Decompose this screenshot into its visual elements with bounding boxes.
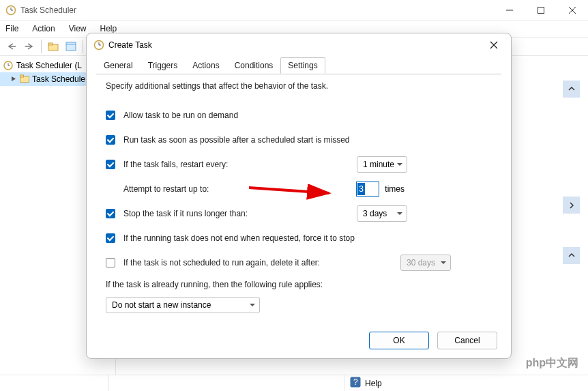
menu-file[interactable]: File [5, 24, 18, 33]
create-task-dialog: Create Task General Triggers Actions Con… [86, 33, 512, 359]
window-title-bar: Task Scheduler [0, 0, 588, 20]
nav-forward-button[interactable] [22, 39, 37, 54]
select-stop-duration[interactable]: 3 days [357, 205, 407, 222]
select-restart-interval[interactable]: 1 minute [357, 156, 407, 173]
checkbox-stop-longer[interactable] [106, 209, 115, 218]
label-delete-after: If the task is not scheduled to run agai… [123, 258, 320, 267]
tab-settings[interactable]: Settings [280, 57, 325, 74]
help-icon: ? [350, 377, 361, 390]
settings-panel: Specify additional settings that affect … [87, 74, 511, 323]
actions-expand-1[interactable] [563, 197, 580, 214]
dialog-button-row: OK Cancel [87, 323, 511, 358]
checkbox-delete-after[interactable] [106, 258, 115, 267]
toolbar-folder-button[interactable] [46, 39, 61, 54]
label-running-rule: If the task is already running, then the… [106, 280, 323, 289]
select-delete-after: 30 days [400, 255, 451, 271]
tree-expand-icon[interactable] [11, 74, 17, 84]
minimize-button[interactable] [494, 0, 525, 20]
svg-rect-4 [538, 7, 544, 13]
label-allow-on-demand: Allow task to be run on demand [123, 111, 238, 120]
dialog-close-button[interactable] [484, 37, 504, 53]
label-restart-on-fail: If the task fails, restart every: [123, 160, 228, 169]
cancel-button[interactable]: Cancel [437, 332, 497, 349]
input-restart-attempts[interactable]: 3 [356, 182, 379, 197]
label-force-stop: If the running task does not end when re… [123, 233, 355, 243]
svg-rect-11 [66, 42, 76, 50]
label-run-asap: Run task as soon as possible after a sch… [123, 135, 350, 145]
tree-child-label: Task Schedule [32, 74, 85, 84]
toolbar-panel-button[interactable] [63, 39, 78, 54]
tab-general[interactable]: General [96, 57, 141, 74]
tab-conditions[interactable]: Conditions [227, 57, 281, 74]
window-title: Task Scheduler [20, 5, 76, 15]
label-times-suffix: times [385, 184, 405, 194]
status-help-label: Help [365, 379, 382, 388]
menu-view[interactable]: View [69, 24, 87, 33]
menu-help[interactable]: Help [100, 24, 117, 33]
menu-action[interactable]: Action [32, 24, 55, 33]
maximize-button[interactable] [525, 0, 557, 20]
dialog-title: Create Task [108, 40, 152, 50]
status-bar: ? Help [0, 375, 588, 391]
dialog-clock-icon [93, 40, 104, 50]
actions-collapse-1[interactable] [563, 81, 580, 98]
svg-text:?: ? [353, 377, 358, 387]
checkbox-force-stop[interactable] [106, 233, 115, 243]
label-stop-longer: Stop the task if it runs longer than: [123, 209, 248, 218]
clock-icon [3, 60, 14, 71]
checkbox-allow-on-demand[interactable] [106, 111, 115, 120]
nav-back-button[interactable] [4, 39, 19, 54]
label-attempt-restart: Attempt to restart up to: [123, 184, 209, 194]
actions-collapse-2[interactable] [563, 247, 580, 264]
folder-icon [20, 74, 29, 85]
checkbox-run-asap[interactable] [106, 135, 115, 145]
close-window-button[interactable] [557, 0, 588, 20]
svg-rect-10 [48, 43, 53, 45]
tab-actions[interactable]: Actions [185, 57, 226, 74]
tab-triggers[interactable]: Triggers [141, 57, 186, 74]
tree-root-label: Task Scheduler (L [16, 61, 82, 70]
dialog-tabs: General Triggers Actions Conditions Sett… [87, 57, 511, 74]
select-running-rule[interactable]: Do not start a new instance [106, 297, 260, 313]
ok-button[interactable]: OK [369, 332, 429, 349]
app-clock-icon [5, 5, 16, 16]
svg-rect-19 [20, 75, 24, 77]
dialog-title-bar: Create Task [87, 33, 511, 57]
watermark: php中文网 [526, 356, 578, 371]
settings-description: Specify additional settings that affect … [106, 81, 492, 91]
checkbox-restart-on-fail[interactable] [106, 160, 115, 169]
